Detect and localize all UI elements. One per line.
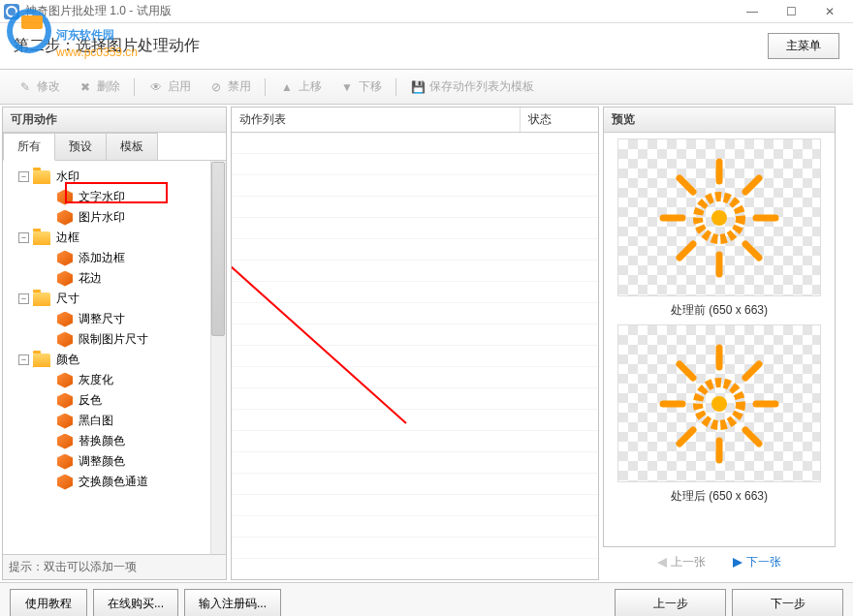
box-icon — [57, 271, 73, 287]
folder-icon — [33, 293, 50, 306]
next-image-button[interactable]: 下一张 — [722, 551, 792, 573]
next-step-button[interactable]: 下一步 — [732, 589, 843, 616]
tab-preset[interactable]: 预设 — [54, 133, 107, 160]
svg-line-23 — [745, 430, 759, 444]
app-title: 神奇图片批处理 1.0 - 试用版 — [25, 3, 172, 19]
tutorial-button[interactable]: 使用教程 — [10, 589, 87, 616]
preview-before-image — [617, 139, 821, 296]
eye-icon: 👁 — [148, 79, 164, 95]
svg-line-14 — [679, 178, 693, 192]
pencil-icon: ✎ — [17, 79, 33, 95]
category-color[interactable]: −颜色 — [5, 350, 224, 370]
arrow-left-icon — [657, 558, 667, 568]
box-icon — [57, 210, 73, 226]
arrow-up-icon: ▲ — [279, 79, 295, 95]
step-header: 第二步：选择图片处理动作 主菜单 — [0, 23, 853, 70]
enable-button[interactable]: 👁启用 — [141, 76, 199, 98]
box-icon — [57, 312, 73, 327]
action-list-body[interactable] — [232, 133, 598, 579]
svg-line-13 — [745, 244, 759, 258]
eye-off-icon: ⊘ — [208, 79, 224, 95]
action-lace[interactable]: 花边 — [5, 268, 224, 289]
action-tabs: 所有 预设 模板 — [3, 133, 226, 161]
buy-button[interactable]: 在线购买... — [93, 589, 178, 616]
action-grayscale[interactable]: 灰度化 — [5, 370, 224, 390]
expander-icon[interactable]: − — [18, 354, 29, 365]
expander-icon[interactable]: − — [18, 171, 29, 182]
arrow-down-icon: ▼ — [339, 79, 355, 95]
svg-point-6 — [711, 210, 727, 226]
scrollbar[interactable] — [210, 161, 226, 554]
annotation-arrow — [232, 133, 600, 578]
close-button[interactable]: ✕ — [810, 5, 849, 18]
tab-template[interactable]: 模板 — [106, 133, 158, 160]
column-actions: 动作列表 — [232, 108, 521, 132]
action-adjust-color[interactable]: 调整颜色 — [5, 451, 224, 472]
preview-body: 处理前 (650 x 663) 处理后 (650 x 663) — [604, 133, 835, 546]
preview-header: 预览 — [604, 108, 835, 133]
preview-nav: 上一张 下一张 — [603, 551, 836, 573]
svg-line-22 — [679, 430, 693, 444]
action-limit-size[interactable]: 限制图片尺寸 — [5, 329, 224, 350]
category-size[interactable]: −尺寸 — [5, 289, 224, 309]
action-bw[interactable]: 黑白图 — [5, 411, 224, 431]
highlight-frame — [65, 182, 168, 203]
box-icon — [57, 332, 73, 348]
svg-line-11 — [745, 178, 759, 192]
available-actions-header: 可用动作 — [3, 108, 226, 133]
list-header: 动作列表 状态 — [232, 108, 598, 133]
preview-after-image — [617, 324, 821, 482]
folder-icon — [33, 170, 50, 184]
category-border[interactable]: −边框 — [5, 228, 224, 248]
move-up-button[interactable]: ▲上移 — [271, 76, 330, 98]
action-invert[interactable]: 反色 — [5, 390, 224, 411]
available-actions-panel: 可用动作 所有 预设 模板 −水印 文字水印 图片水印 −边框 添加边框 花边 … — [2, 107, 227, 580]
action-resize[interactable]: 调整尺寸 — [5, 309, 224, 329]
modify-button[interactable]: ✎修改 — [10, 76, 68, 98]
prev-step-button[interactable]: 上一步 — [615, 589, 726, 616]
column-state: 状态 — [521, 108, 598, 132]
action-add-border[interactable]: 添加边框 — [5, 248, 224, 268]
box-icon — [57, 414, 73, 429]
register-button[interactable]: 输入注册码... — [184, 589, 281, 616]
separator — [134, 78, 135, 96]
box-icon — [57, 454, 73, 470]
svg-line-12 — [679, 244, 693, 258]
title-bar: 神奇图片批处理 1.0 - 试用版 — ☐ ✕ — [0, 0, 853, 23]
box-icon — [57, 434, 73, 449]
main-area: 可用动作 所有 预设 模板 −水印 文字水印 图片水印 −边框 添加边框 花边 … — [0, 105, 853, 582]
save-icon: 💾 — [410, 79, 426, 95]
bottom-bar: 使用教程 在线购买... 输入注册码... 上一步 下一步 — [0, 582, 853, 616]
svg-point-16 — [711, 396, 727, 412]
action-replace-color[interactable]: 替换颜色 — [5, 431, 224, 451]
delete-icon: ✖ — [78, 79, 93, 95]
expander-icon[interactable]: − — [18, 293, 29, 304]
action-list-panel: 动作列表 状态 — [231, 107, 599, 580]
svg-line-21 — [745, 364, 759, 378]
window-controls: — ☐ ✕ — [733, 5, 849, 18]
save-template-button[interactable]: 💾保存动作列表为模板 — [402, 76, 542, 98]
hint-text: 提示：双击可以添加一项 — [3, 554, 226, 579]
box-icon — [57, 393, 73, 409]
action-swap-channel[interactable]: 交换颜色通道 — [5, 472, 224, 492]
separator — [265, 78, 266, 96]
maximize-button[interactable]: ☐ — [772, 5, 810, 18]
disable-button[interactable]: ⊘禁用 — [201, 76, 259, 98]
step-title: 第二步：选择图片处理动作 — [14, 36, 200, 56]
preview-after-label: 处理后 (650 x 663) — [671, 488, 768, 505]
expander-icon[interactable]: − — [18, 232, 29, 243]
move-down-button[interactable]: ▼下移 — [332, 76, 390, 98]
svg-line-4 — [232, 241, 406, 423]
preview-panel: 预览 处理前 (650 x 663) — [603, 107, 836, 580]
delete-button[interactable]: ✖删除 — [70, 76, 128, 98]
prev-image-button[interactable]: 上一张 — [647, 551, 716, 573]
box-icon — [57, 475, 73, 490]
folder-icon — [33, 354, 50, 367]
arrow-right-icon — [733, 558, 742, 568]
minimize-button[interactable]: — — [733, 5, 772, 18]
main-menu-button[interactable]: 主菜单 — [768, 33, 839, 59]
scrollbar-thumb[interactable] — [211, 162, 225, 336]
tab-all[interactable]: 所有 — [3, 133, 55, 161]
action-image-watermark[interactable]: 图片水印 — [5, 207, 224, 228]
app-icon — [4, 4, 19, 19]
